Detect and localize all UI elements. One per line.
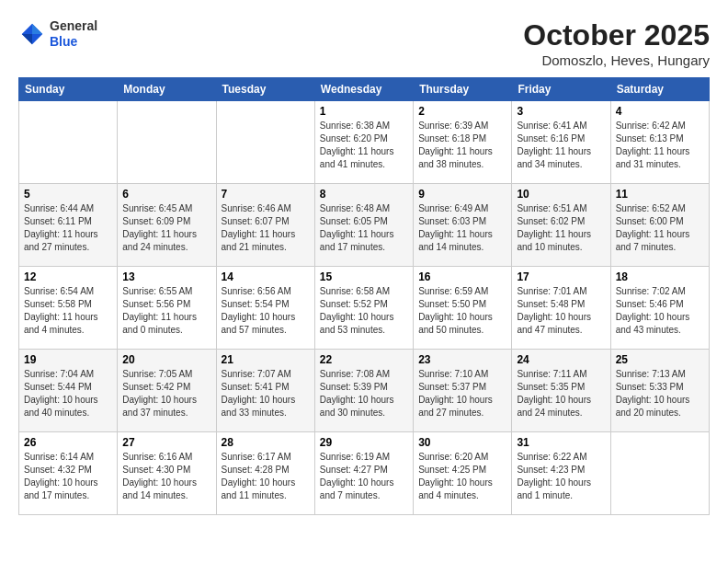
day-info: Sunrise: 6:59 AM Sunset: 5:50 PM Dayligh… [418,285,506,337]
day-number: 20 [122,353,210,366]
calendar-cell: 31Sunrise: 6:22 AM Sunset: 4:23 PM Dayli… [512,432,610,515]
day-info: Sunrise: 6:48 AM Sunset: 6:05 PM Dayligh… [320,202,408,254]
calendar-cell: 5Sunrise: 6:44 AM Sunset: 6:11 PM Daylig… [19,184,118,267]
day-info: Sunrise: 7:01 AM Sunset: 5:48 PM Dayligh… [517,285,605,337]
calendar-week-row: 26Sunrise: 6:14 AM Sunset: 4:32 PM Dayli… [19,432,710,515]
calendar-cell [216,101,314,184]
day-info: Sunrise: 6:39 AM Sunset: 6:18 PM Dayligh… [418,120,506,171]
day-info: Sunrise: 7:10 AM Sunset: 5:37 PM Dayligh… [418,368,506,419]
logo-text: General Blue [50,18,97,50]
day-number: 5 [24,188,112,201]
day-info: Sunrise: 7:13 AM Sunset: 5:33 PM Dayligh… [616,368,704,419]
calendar-cell: 9Sunrise: 6:49 AM Sunset: 6:03 PM Daylig… [414,184,512,267]
calendar-cell: 13Sunrise: 6:55 AM Sunset: 5:56 PM Dayli… [118,267,216,350]
day-number: 14 [222,270,310,283]
day-number: 9 [418,188,506,201]
day-info: Sunrise: 6:58 AM Sunset: 5:52 PM Dayligh… [320,285,408,337]
day-number: 27 [122,436,210,449]
calendar-cell: 2Sunrise: 6:39 AM Sunset: 6:18 PM Daylig… [414,101,512,184]
weekday-header: Thursday [414,78,512,101]
day-number: 30 [418,436,506,449]
calendar-cell: 22Sunrise: 7:08 AM Sunset: 5:39 PM Dayli… [314,350,413,432]
day-number: 10 [517,188,605,201]
svg-marker-1 [32,24,42,34]
calendar-cell: 16Sunrise: 6:59 AM Sunset: 5:50 PM Dayli… [414,267,512,350]
calendar-cell: 3Sunrise: 6:41 AM Sunset: 6:16 PM Daylig… [512,101,610,184]
logo-blue: Blue [50,34,97,50]
calendar-cell [118,101,216,184]
day-number: 26 [24,436,112,449]
calendar-cell: 10Sunrise: 6:51 AM Sunset: 6:02 PM Dayli… [512,184,610,267]
weekday-header: Sunday [19,78,118,101]
calendar-cell: 12Sunrise: 6:54 AM Sunset: 5:58 PM Dayli… [19,267,118,350]
logo-icon [18,20,46,48]
calendar-cell: 26Sunrise: 6:14 AM Sunset: 4:32 PM Dayli… [19,432,118,515]
day-info: Sunrise: 7:11 AM Sunset: 5:35 PM Dayligh… [517,368,605,419]
calendar-cell: 25Sunrise: 7:13 AM Sunset: 5:33 PM Dayli… [610,350,709,432]
calendar-cell: 29Sunrise: 6:19 AM Sunset: 4:27 PM Dayli… [314,432,413,515]
calendar-cell: 7Sunrise: 6:46 AM Sunset: 6:07 PM Daylig… [216,184,314,267]
day-number: 2 [418,105,506,118]
day-info: Sunrise: 7:08 AM Sunset: 5:39 PM Dayligh… [320,368,408,419]
calendar-cell: 21Sunrise: 7:07 AM Sunset: 5:41 PM Dayli… [216,350,314,432]
svg-marker-2 [22,34,32,44]
day-info: Sunrise: 6:51 AM Sunset: 6:02 PM Dayligh… [517,202,605,254]
day-info: Sunrise: 6:44 AM Sunset: 6:11 PM Dayligh… [24,202,112,254]
day-info: Sunrise: 6:45 AM Sunset: 6:09 PM Dayligh… [122,202,210,254]
day-info: Sunrise: 6:49 AM Sunset: 6:03 PM Dayligh… [418,202,506,254]
day-number: 13 [122,270,210,283]
title-block: October 2025 Domoszlo, Heves, Hungary [523,18,710,68]
day-info: Sunrise: 6:38 AM Sunset: 6:20 PM Dayligh… [320,120,408,171]
day-info: Sunrise: 7:07 AM Sunset: 5:41 PM Dayligh… [222,368,310,419]
weekday-header: Wednesday [314,78,413,101]
calendar-cell: 1Sunrise: 6:38 AM Sunset: 6:20 PM Daylig… [314,101,413,184]
day-number: 23 [418,353,506,366]
day-number: 21 [222,353,310,366]
calendar-cell [19,101,118,184]
calendar-cell: 27Sunrise: 6:16 AM Sunset: 4:30 PM Dayli… [118,432,216,515]
calendar-header-row: SundayMondayTuesdayWednesdayThursdayFrid… [19,78,710,101]
day-number: 24 [517,353,605,366]
day-info: Sunrise: 7:05 AM Sunset: 5:42 PM Dayligh… [122,368,210,419]
day-info: Sunrise: 6:20 AM Sunset: 4:25 PM Dayligh… [418,451,506,502]
day-info: Sunrise: 6:16 AM Sunset: 4:30 PM Dayligh… [122,451,210,502]
day-number: 19 [24,353,112,366]
day-number: 17 [517,270,605,283]
logo: General Blue [18,18,97,50]
calendar-week-row: 1Sunrise: 6:38 AM Sunset: 6:20 PM Daylig… [19,101,710,184]
day-info: Sunrise: 6:22 AM Sunset: 4:23 PM Dayligh… [517,451,605,502]
calendar-cell: 28Sunrise: 6:17 AM Sunset: 4:28 PM Dayli… [216,432,314,515]
day-info: Sunrise: 6:42 AM Sunset: 6:13 PM Dayligh… [616,120,704,171]
calendar-cell: 30Sunrise: 6:20 AM Sunset: 4:25 PM Dayli… [414,432,512,515]
calendar-cell [610,432,709,515]
calendar-cell: 15Sunrise: 6:58 AM Sunset: 5:52 PM Dayli… [314,267,413,350]
day-number: 7 [222,188,310,201]
day-info: Sunrise: 6:56 AM Sunset: 5:54 PM Dayligh… [222,285,310,337]
weekday-header: Friday [512,78,610,101]
day-number: 22 [320,353,408,366]
day-info: Sunrise: 6:17 AM Sunset: 4:28 PM Dayligh… [222,451,310,502]
calendar-week-row: 19Sunrise: 7:04 AM Sunset: 5:44 PM Dayli… [19,350,710,432]
calendar-cell: 14Sunrise: 6:56 AM Sunset: 5:54 PM Dayli… [216,267,314,350]
day-number: 31 [517,436,605,449]
weekday-header: Monday [118,78,216,101]
calendar-cell: 18Sunrise: 7:02 AM Sunset: 5:46 PM Dayli… [610,267,709,350]
calendar-cell: 20Sunrise: 7:05 AM Sunset: 5:42 PM Dayli… [118,350,216,432]
calendar-cell: 17Sunrise: 7:01 AM Sunset: 5:48 PM Dayli… [512,267,610,350]
location-subtitle: Domoszlo, Heves, Hungary [523,52,710,68]
day-number: 3 [517,105,605,118]
day-number: 29 [320,436,408,449]
day-info: Sunrise: 7:02 AM Sunset: 5:46 PM Dayligh… [616,285,704,337]
logo-general: General [50,18,97,34]
calendar-cell: 11Sunrise: 6:52 AM Sunset: 6:00 PM Dayli… [610,184,709,267]
calendar-cell: 19Sunrise: 7:04 AM Sunset: 5:44 PM Dayli… [19,350,118,432]
day-number: 4 [616,105,704,118]
calendar-cell: 4Sunrise: 6:42 AM Sunset: 6:13 PM Daylig… [610,101,709,184]
day-number: 12 [24,270,112,283]
day-number: 28 [222,436,310,449]
day-info: Sunrise: 6:41 AM Sunset: 6:16 PM Dayligh… [517,120,605,171]
day-info: Sunrise: 6:54 AM Sunset: 5:58 PM Dayligh… [24,285,112,337]
calendar-cell: 24Sunrise: 7:11 AM Sunset: 5:35 PM Dayli… [512,350,610,432]
day-number: 6 [122,188,210,201]
calendar-cell: 6Sunrise: 6:45 AM Sunset: 6:09 PM Daylig… [118,184,216,267]
